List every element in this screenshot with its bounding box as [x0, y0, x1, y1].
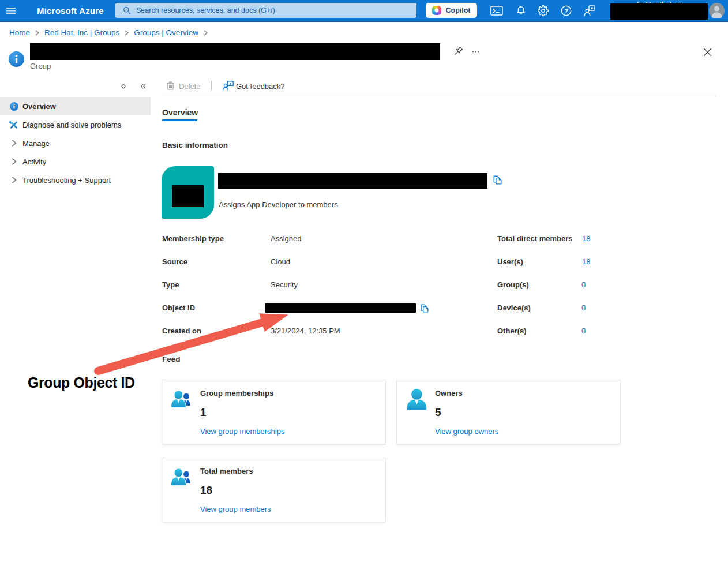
- svg-text:?: ?: [564, 8, 568, 14]
